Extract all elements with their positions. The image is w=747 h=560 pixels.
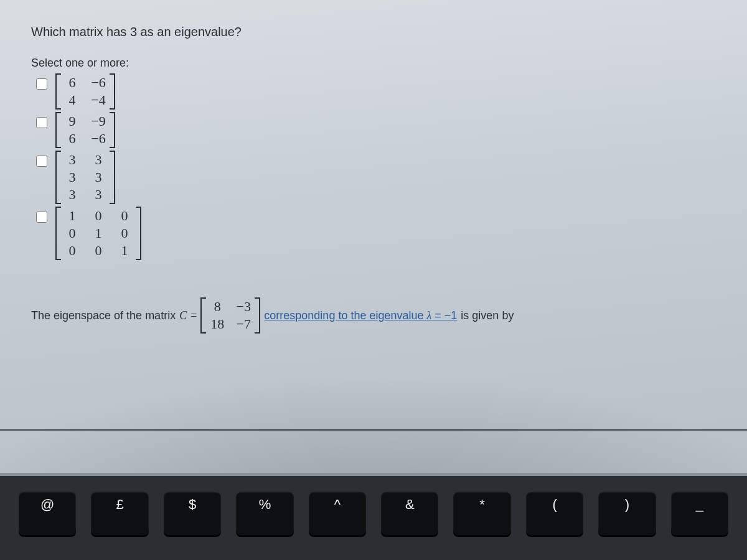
matrix-cell: 1 — [91, 225, 106, 241]
answer-option[interactable]: 333333 — [34, 151, 716, 204]
keyboard-key[interactable]: * — [453, 492, 510, 535]
keyboard-key[interactable]: £ — [91, 492, 148, 535]
matrix-cell: 9 — [65, 113, 80, 129]
matrix-cell: −4 — [91, 92, 106, 108]
matrix-cell: 3 — [91, 187, 106, 203]
matrix-cell: 3 — [65, 169, 80, 185]
keyboard-key[interactable]: ^ — [309, 492, 366, 535]
answer-option[interactable]: 100010001 — [34, 207, 716, 260]
matrix-cell: 0 — [65, 243, 80, 259]
matrix: 333333 — [55, 151, 115, 204]
matrix: 6−64−4 — [55, 73, 115, 110]
matrix-cell: 3 — [91, 152, 106, 168]
matrix-cell: 6 — [65, 75, 80, 91]
matrix-cell: −9 — [91, 113, 106, 129]
matrix-cell: 0 — [117, 208, 132, 224]
matrix: 100010001 — [55, 207, 141, 260]
keyboard-key[interactable]: % — [236, 492, 293, 535]
question-prompt: Which matrix has 3 as an eigenvalue? — [31, 25, 716, 39]
matrix-cell: 18 — [210, 316, 225, 332]
matrix-cell: −3 — [236, 299, 251, 315]
lambda-value: = −1 — [431, 309, 457, 322]
keyboard-key[interactable]: $ — [164, 492, 221, 535]
option-checkbox[interactable] — [36, 156, 47, 167]
matrix-cell: 8 — [210, 299, 225, 315]
matrix-cell: 0 — [65, 225, 80, 241]
answer-options: 6−64−49−96−6333333100010001 — [34, 73, 716, 260]
matrix-cell: −7 — [236, 316, 251, 332]
screen-bezel-line — [0, 429, 747, 431]
matrix-cell: 3 — [65, 152, 80, 168]
matrix-cell: 1 — [117, 243, 132, 259]
q2-link-text: corresponding to the eigenvalue — [264, 309, 426, 322]
matrix-cell: 3 — [91, 169, 106, 185]
matrix-cell: 0 — [117, 225, 132, 241]
keyboard-key[interactable]: & — [381, 492, 438, 535]
select-instruction: Select one or more: — [31, 57, 716, 70]
matrix-cell: 1 — [65, 208, 80, 224]
matrix-cell: −6 — [91, 131, 106, 147]
option-checkbox[interactable] — [36, 212, 47, 223]
matrix-cell: 0 — [91, 243, 106, 259]
quiz-screen: Which matrix has 3 as an eigenvalue? Sel… — [0, 0, 747, 473]
equals-sign: = — [190, 309, 197, 322]
keyboard-key[interactable]: ( — [526, 492, 583, 535]
matrix-cell: 0 — [91, 208, 106, 224]
option-checkbox[interactable] — [36, 117, 47, 128]
option-checkbox[interactable] — [36, 78, 47, 90]
matrix-cell: 6 — [65, 131, 80, 147]
q2-midtext[interactable]: corresponding to the eigenvalue λ = −1 — [264, 309, 457, 322]
q2-posttext: is given by — [461, 309, 514, 322]
question-2: The eigenspace of the matrix C = 8−318−7… — [31, 297, 716, 334]
matrix-cell: 4 — [65, 92, 80, 108]
answer-option[interactable]: 6−64−4 — [34, 73, 716, 110]
keyboard-key[interactable]: _ — [671, 492, 728, 535]
matrix-c: 8−318−7 — [200, 297, 260, 334]
q2-pretext: The eigenspace of the matrix — [31, 309, 176, 322]
matrix-cell: −6 — [91, 75, 106, 91]
matrix-variable: C — [179, 309, 187, 322]
keyboard-top-row: @£$%^&*()_ — [0, 476, 747, 560]
keyboard-key[interactable]: ) — [598, 492, 655, 535]
matrix: 9−96−6 — [55, 112, 115, 148]
matrix-cell: 3 — [65, 187, 80, 203]
keyboard-key[interactable]: @ — [19, 492, 76, 535]
answer-option[interactable]: 9−96−6 — [34, 112, 716, 148]
